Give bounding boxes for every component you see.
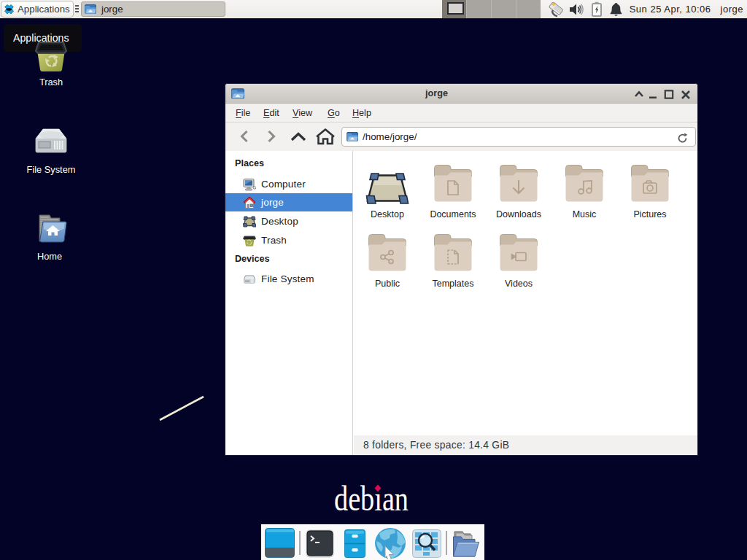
svg-text:debıan: debıan [334,479,409,518]
